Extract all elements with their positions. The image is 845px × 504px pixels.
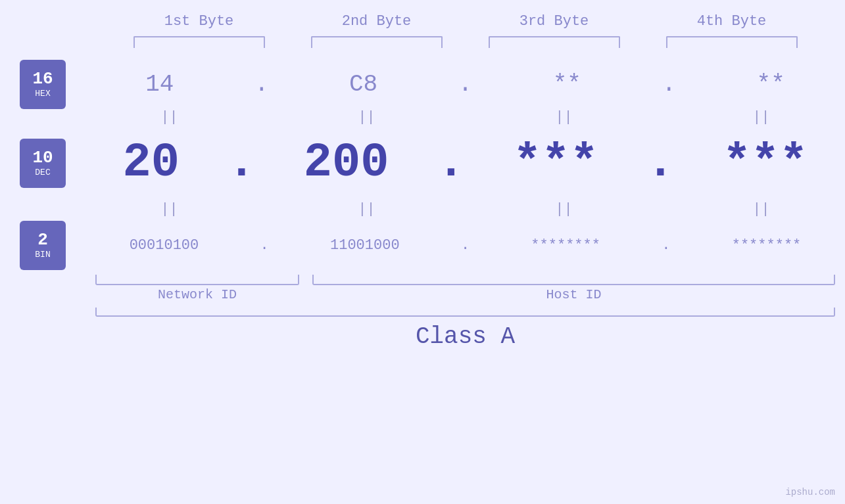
bracket-labels: Network ID Host ID [85, 275, 845, 302]
bin-val1: 00010100 [130, 237, 199, 254]
eq2-4: || [722, 201, 801, 218]
dec-section: 10 DEC 20 . 200 . *** . *** [0, 127, 845, 199]
hex-badge: 16 HEX [20, 60, 66, 109]
hex-base-label: HEX [35, 89, 50, 99]
network-id-bracket [95, 275, 299, 285]
equals-row-2: || || || || [0, 199, 845, 219]
dec-badge-container: 10 DEC [0, 139, 85, 188]
watermark: ipshu.com [785, 487, 835, 497]
dec-val2: 200 [304, 136, 389, 190]
bracket-spacer [0, 275, 85, 302]
byte1-header: 1st Byte [127, 13, 272, 30]
dec-val4: *** [723, 136, 808, 190]
bin-badge-container: 2 BIN [0, 221, 85, 270]
bracket-byte3 [489, 36, 620, 48]
hex-val2: C8 [349, 71, 377, 98]
byte2-header: 2nd Byte [304, 13, 449, 30]
hex-val4: ** [757, 71, 785, 98]
class-label-container: Class A [85, 323, 845, 350]
hex-val1: 14 [145, 71, 174, 98]
network-id-label: Network ID [95, 287, 299, 302]
eq2-2: || [327, 201, 406, 218]
dec-dot2: . [437, 147, 465, 179]
bin-badge: 2 BIN [20, 221, 66, 270]
bin-dot2: . [461, 237, 470, 254]
eq1-4: || [722, 109, 801, 126]
dec-values: 20 . 200 . *** . *** [85, 136, 845, 190]
hex-section: 16 HEX 14 . C8 . ** . ** [0, 61, 845, 107]
bracket-gap [299, 275, 312, 285]
equals-row-1: || || || || [0, 107, 845, 127]
bracket-byte1 [133, 36, 265, 48]
class-spacer [0, 323, 85, 350]
byte-headers: 1st Byte 2nd Byte 3rd Byte 4th Byte [110, 13, 821, 30]
bin-base-label: BIN [35, 250, 50, 260]
class-label: Class A [416, 323, 515, 350]
bin-base-num: 2 [37, 231, 48, 250]
eq1-2: || [327, 109, 406, 126]
hex-base-num: 16 [32, 70, 53, 89]
hex-dot2: . [458, 71, 473, 98]
bin-section: 2 BIN 00010100 . 11001000 . ******** . *… [0, 219, 845, 271]
hex-dot1: . [254, 71, 269, 98]
bottom-bracket-section: Network ID Host ID [0, 275, 845, 302]
class-section: Class A [0, 323, 845, 350]
overall-bracket-section [0, 308, 845, 317]
id-labels-row: Network ID Host ID [85, 287, 845, 302]
top-brackets [110, 36, 821, 48]
host-id-bracket [312, 275, 835, 285]
byte3-header: 3rd Byte [482, 13, 627, 30]
overall-bracket [95, 308, 835, 317]
dec-val1: 20 [122, 136, 179, 190]
bin-val2: 11001000 [330, 237, 400, 254]
bin-values: 00010100 . 11001000 . ******** . *******… [85, 237, 845, 254]
bracket-byte2 [311, 36, 443, 48]
hex-values: 14 . C8 . ** . ** [85, 71, 845, 98]
bin-val4: ******** [732, 237, 802, 254]
eq-symbols-1: || || || || [85, 109, 845, 126]
dec-dot3: . [646, 147, 675, 179]
bin-dot1: . [260, 237, 269, 254]
hex-val3: ** [553, 71, 581, 98]
main-container: 1st Byte 2nd Byte 3rd Byte 4th Byte 16 H… [0, 0, 845, 504]
dec-base-label: DEC [35, 168, 50, 177]
dec-val3: *** [513, 136, 598, 190]
eq1-3: || [525, 109, 604, 126]
eq1-1: || [130, 109, 209, 126]
bottom-brackets-row [85, 275, 845, 285]
bin-val3: ******** [531, 237, 600, 254]
bin-dot3: . [662, 237, 670, 254]
eq2-1: || [130, 201, 209, 218]
hex-badge-container: 16 HEX [0, 60, 85, 109]
label-gap [299, 287, 312, 302]
eq2-3: || [525, 201, 604, 218]
host-id-label: Host ID [312, 287, 835, 302]
overall-bracket-wrapper [85, 308, 845, 317]
byte4-header: 4th Byte [660, 13, 804, 30]
overall-spacer [0, 308, 85, 317]
bracket-byte4 [666, 36, 798, 48]
eq-symbols-2: || || || || [85, 201, 845, 218]
content-section: 16 HEX 14 . C8 . ** . ** || || | [0, 61, 845, 271]
dec-badge: 10 DEC [20, 139, 66, 188]
hex-dot3: . [662, 71, 676, 98]
dec-dot1: . [228, 147, 256, 179]
dec-base-num: 10 [32, 149, 53, 168]
